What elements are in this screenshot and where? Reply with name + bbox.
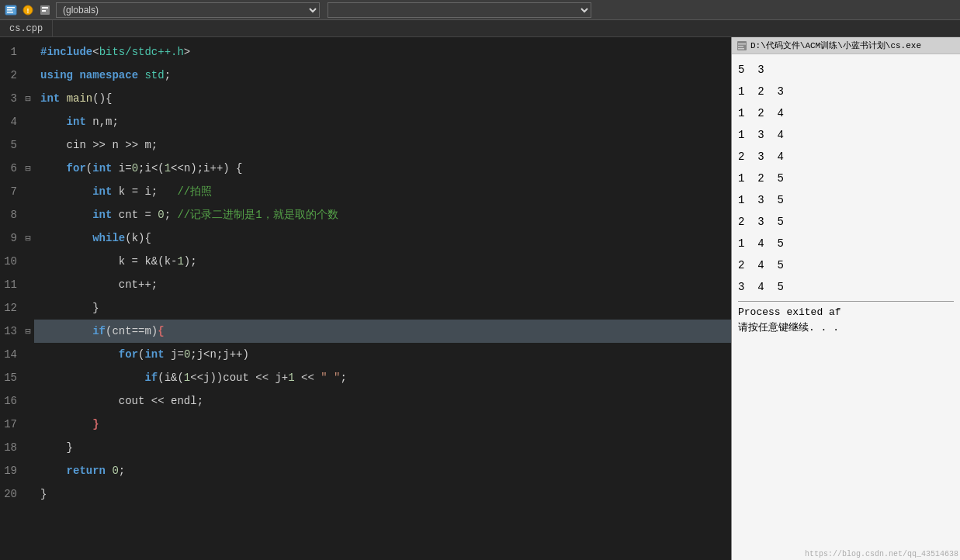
terminal-line-9: 1 4 5 [738, 233, 954, 254]
code-line-20: } [34, 482, 731, 506]
svg-rect-1 [7, 7, 15, 9]
code-line-1: #include<bits/stdc++.h> [34, 40, 731, 64]
fold-14 [22, 343, 34, 366]
fold-9[interactable]: ⊟ [22, 226, 34, 250]
toolbar-icon-3 [39, 4, 51, 16]
terminal-icon [736, 40, 747, 51]
line-numbers: 1 2 3 4 5 6 7 8 9 10 11 12 13 14 15 16 1… [0, 37, 22, 560]
fold-18 [22, 436, 34, 459]
line-num-15: 15 [0, 366, 17, 389]
terminal-line-5: 2 3 4 [738, 146, 954, 168]
code-line-10: k = k&(k-1); [34, 250, 731, 273]
fold-20 [22, 482, 34, 506]
terminal-title: D:\代码文件\ACM训练\小蓝书计划\cs.exe [750, 40, 921, 51]
line-num-17: 17 [0, 413, 17, 436]
code-line-11: cnt++; [34, 273, 731, 296]
code-editor: 1 2 3 4 5 6 7 8 9 10 11 12 13 14 15 16 1… [0, 37, 731, 560]
line-num-4: 4 [0, 110, 17, 133]
fold-6[interactable]: ⊟ [22, 157, 34, 180]
fold-12 [22, 296, 34, 320]
line-num-16: 16 [0, 389, 17, 413]
svg-text:!: ! [26, 8, 29, 16]
code-line-12: } [34, 296, 731, 320]
watermark-text: https://blog.csdn.net/qq_43514638 [805, 550, 958, 558]
terminal-content: 5 3 1 2 3 1 2 4 1 3 4 2 3 4 1 2 5 1 3 5 … [732, 54, 960, 548]
function-dropdown[interactable]: (globals) [56, 2, 320, 18]
line-num-20: 20 [0, 482, 17, 506]
code-line-7: int k = i; //拍照 [34, 180, 731, 203]
terminal-line-1: 5 3 [738, 59, 954, 81]
code-line-3: int main(){ [34, 87, 731, 110]
code-line-16: cout << endl; [34, 389, 731, 413]
fold-11 [22, 273, 34, 296]
main-container: 1 2 3 4 5 6 7 8 9 10 11 12 13 14 15 16 1… [0, 37, 960, 560]
fold-8 [22, 203, 34, 226]
code-line-14: for(int j=0;j<n;j++) [34, 343, 731, 366]
fold-4 [22, 110, 34, 133]
line-num-8: 8 [0, 203, 17, 226]
line-num-2: 2 [0, 64, 17, 87]
svg-rect-2 [7, 9, 12, 11]
terminal-line-3: 1 2 4 [738, 102, 954, 124]
terminal-continue-text: 请按任意键继续. . . [738, 320, 954, 336]
terminal-line-10: 2 4 5 [738, 254, 954, 276]
toolbar: ! (globals) [0, 0, 960, 20]
line-num-13: 13 [0, 320, 17, 343]
fold-16 [22, 389, 34, 413]
code-line-9: while(k){ [34, 226, 731, 250]
svg-rect-11 [738, 46, 743, 47]
line-num-18: 18 [0, 436, 17, 459]
code-line-4: int n,m; [34, 110, 731, 133]
code-area: 1 2 3 4 5 6 7 8 9 10 11 12 13 14 15 16 1… [0, 37, 731, 560]
line-num-10: 10 [0, 250, 17, 273]
fold-2 [22, 64, 34, 87]
fold-15 [22, 366, 34, 389]
code-line-8: int cnt = 0; //记录二进制是1，就是取的个数 [34, 203, 731, 226]
code-line-15: if(i&(1<<j))cout << j+1 << " "; [34, 366, 731, 389]
line-num-19: 19 [0, 459, 17, 482]
terminal-separator [738, 301, 954, 302]
fold-19 [22, 459, 34, 482]
code-line-2: using namespace std; [34, 64, 731, 87]
code-line-13: if(cnt==m){ [34, 320, 731, 343]
svg-rect-8 [42, 10, 46, 12]
line-num-11: 11 [0, 273, 17, 296]
svg-rect-10 [738, 43, 746, 45]
fold-7 [22, 180, 34, 203]
code-content[interactable]: #include<bits/stdc++.h> using namespace … [34, 37, 731, 560]
toolbar-icon-2: ! [22, 4, 34, 16]
line-num-7: 7 [0, 180, 17, 203]
svg-rect-7 [42, 7, 48, 9]
terminal-line-8: 2 3 5 [738, 211, 954, 233]
terminal-window: D:\代码文件\ACM训练\小蓝书计划\cs.exe 5 3 1 2 3 1 2… [731, 37, 960, 560]
symbol-dropdown[interactable] [328, 2, 591, 18]
svg-rect-12 [738, 48, 744, 50]
fold-1 [22, 40, 34, 64]
terminal-line-7: 1 3 5 [738, 189, 954, 211]
code-line-5: cin >> n >> m; [34, 133, 731, 157]
toolbar-icon-1 [5, 4, 17, 16]
code-line-18: } [34, 436, 731, 459]
line-num-1: 1 [0, 40, 17, 64]
code-line-19: return 0; [34, 459, 731, 482]
code-line-17: } [34, 413, 731, 436]
fold-3[interactable]: ⊟ [22, 87, 34, 110]
tab-cs-cpp[interactable]: cs.cpp [0, 20, 53, 36]
terminal-line-11: 3 4 5 [738, 276, 954, 298]
line-num-12: 12 [0, 296, 17, 320]
line-num-14: 14 [0, 343, 17, 366]
fold-13[interactable]: ⊟ [22, 320, 34, 343]
line-num-9: 9 [0, 226, 17, 250]
terminal-title-bar: D:\代码文件\ACM训练\小蓝书计划\cs.exe [732, 37, 960, 54]
terminal-line-2: 1 2 3 [738, 81, 954, 102]
line-num-3: 3 [0, 87, 17, 110]
terminal-line-4: 1 3 4 [738, 124, 954, 146]
terminal-process-text: Process exited af [738, 305, 954, 320]
fold-10 [22, 250, 34, 273]
terminal-line-6: 1 2 5 [738, 168, 954, 189]
fold-5 [22, 133, 34, 157]
svg-rect-3 [7, 12, 13, 13]
fold-17 [22, 413, 34, 436]
include-kw: #include [40, 40, 92, 64]
fold-gutter: ⊟ ⊟ ⊟ ⊟ [22, 37, 34, 560]
